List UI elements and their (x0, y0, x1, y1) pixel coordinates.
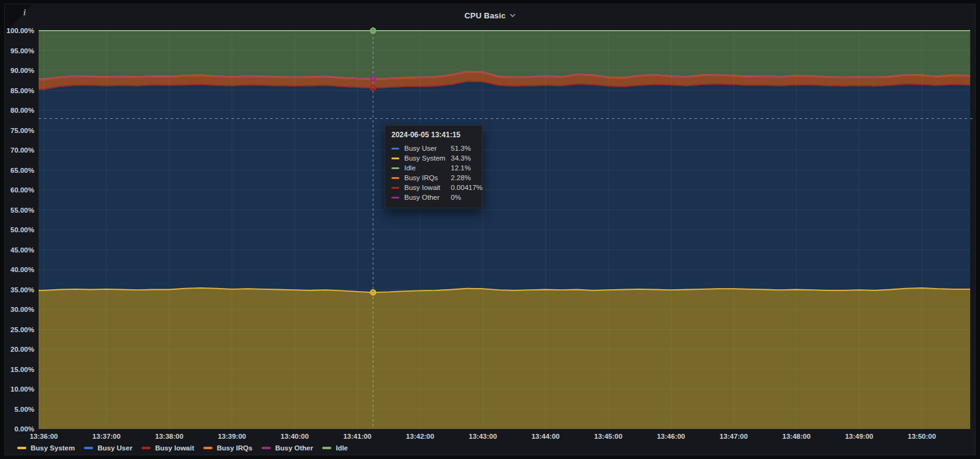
legend-swatch (17, 447, 26, 449)
x-tick-label: 13:37:00 (79, 432, 134, 441)
tooltip-series-value: 12.1% (451, 164, 471, 172)
tooltip-series-value: 34.3% (451, 154, 471, 162)
area-busy-system (39, 288, 970, 429)
tooltip-series-value: 0.00417% (451, 184, 483, 191)
x-tick-label: 13:45:00 (581, 432, 636, 441)
legend-swatch (84, 447, 93, 449)
y-tick-label: 95.00% (4, 47, 34, 55)
x-tick-label: 13:46:00 (644, 432, 699, 441)
y-tick-label: 90.00% (4, 66, 34, 75)
tooltip-series-label: Idle (404, 164, 451, 172)
tooltip-series-swatch (391, 197, 399, 199)
x-tick-label: 13:36:00 (17, 432, 72, 441)
chart-legend: Busy SystemBusy UserBusy IowaitBusy IRQs… (17, 443, 348, 453)
tooltip-series-label: Busy Iowait (404, 184, 451, 191)
tooltip-series-swatch (391, 167, 399, 169)
legend-item[interactable]: Busy IRQs (203, 444, 252, 452)
y-tick-label: 40.00% (4, 265, 34, 274)
tooltip-series-swatch (391, 148, 399, 150)
y-tick-label: 55.00% (4, 206, 34, 214)
legend-item-label: Busy IRQs (217, 444, 252, 452)
hover-point-busy-system (371, 290, 375, 295)
x-tick-label: 13:41:00 (330, 432, 385, 441)
hover-point-busy-other (371, 77, 375, 82)
chart-tooltip: 2024-06-05 13:41:15 Busy User51.3%Busy S… (385, 125, 483, 208)
y-tick-label: 65.00% (4, 166, 34, 175)
legend-item[interactable]: Busy User (84, 444, 132, 452)
tooltip-row: Busy System34.3% (391, 153, 476, 163)
tooltip-series-label: Busy System (404, 154, 451, 162)
legend-item-label: Busy System (31, 444, 75, 452)
x-tick-label: 13:39:00 (205, 432, 260, 441)
y-tick-label: 80.00% (4, 106, 34, 115)
x-tick-label: 13:47:00 (706, 432, 761, 441)
y-tick-label: 45.00% (4, 246, 34, 254)
panel-header: CPU Basic (5, 4, 975, 25)
area-idle (39, 31, 970, 79)
cpu-stacked-area-chart[interactable] (39, 27, 970, 429)
legend-item[interactable]: Busy System (17, 444, 75, 452)
legend-item-label: Idle (336, 444, 348, 452)
legend-item[interactable]: Busy Iowait (141, 444, 194, 452)
y-tick-label: 50.00% (4, 226, 34, 234)
info-icon[interactable]: i (23, 7, 26, 18)
x-tick-label: 13:43:00 (455, 432, 510, 441)
tooltip-row: Busy Other0% (391, 192, 476, 202)
legend-swatch (141, 447, 151, 449)
tooltip-series-label: Busy User (404, 145, 451, 152)
tooltip-row: Busy IRQs2.28% (391, 173, 476, 183)
tooltip-series-value: 2.28% (451, 174, 471, 181)
x-tick-label: 13:49:00 (832, 432, 887, 441)
chevron-down-icon (510, 10, 516, 20)
panel-title-menu[interactable]: CPU Basic (5, 10, 975, 20)
legend-swatch (203, 447, 213, 449)
tooltip-series-value: 51.3% (451, 145, 471, 152)
tooltip-row: Busy Iowait0.00417% (391, 183, 476, 192)
y-tick-label: 35.00% (4, 286, 34, 294)
x-tick-label: 13:38:00 (141, 432, 197, 441)
panel-title: CPU Basic (464, 11, 506, 20)
y-tick-label: 100.00% (4, 26, 34, 35)
hover-point-busy-iowait (371, 86, 375, 91)
y-tick-label: 85.00% (4, 86, 34, 95)
x-tick-label: 13:42:00 (393, 432, 448, 441)
legend-item[interactable]: Busy Other (262, 444, 313, 452)
x-tick-label: 13:40:00 (267, 432, 322, 441)
y-tick-label: 5.00% (4, 405, 34, 414)
y-tick-label: 15.00% (4, 365, 34, 374)
hover-point-idle (371, 28, 375, 33)
x-tick-label: 13:44:00 (518, 432, 573, 441)
y-tick-label: 25.00% (4, 325, 34, 334)
y-tick-label: 70.00% (4, 146, 34, 154)
tooltip-series-swatch (391, 187, 399, 189)
tooltip-row: Idle12.1% (391, 163, 476, 173)
legend-item-label: Busy User (97, 444, 132, 452)
tooltip-series-label: Busy IRQs (404, 174, 451, 181)
legend-item-label: Busy Other (275, 444, 313, 452)
y-tick-label: 60.00% (4, 186, 34, 194)
tooltip-series-swatch (391, 177, 399, 179)
tooltip-series-label: Busy Other (404, 194, 451, 201)
legend-item[interactable]: Idle (322, 444, 348, 452)
area-busy-user (39, 82, 970, 293)
legend-swatch (262, 447, 271, 449)
y-tick-label: 20.00% (4, 345, 34, 354)
x-tick-label: 13:48:00 (769, 432, 824, 441)
y-tick-label: 10.00% (4, 385, 34, 393)
grid-lines (39, 31, 970, 429)
y-tick-label: 75.00% (4, 126, 34, 135)
tooltip-series-value: 0% (451, 194, 461, 201)
tooltip-series-swatch (391, 157, 399, 159)
x-tick-label: 13:50:00 (894, 432, 949, 441)
tooltip-row: Busy User51.3% (391, 143, 476, 153)
tooltip-timestamp: 2024-06-05 13:41:15 (391, 131, 476, 139)
legend-swatch (322, 447, 331, 449)
legend-item-label: Busy Iowait (155, 444, 194, 452)
y-tick-label: 30.00% (4, 305, 34, 314)
